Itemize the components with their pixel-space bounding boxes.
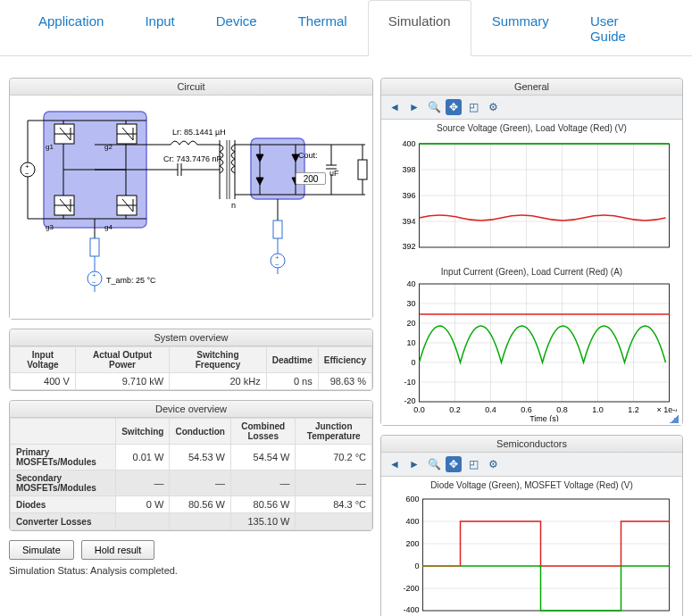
- pan-icon[interactable]: ✥: [446, 99, 462, 115]
- sys-h2: Switching Frequency: [170, 347, 267, 373]
- general-toolbar: ◄ ► 🔍 ✥ ◰ ⚙: [381, 96, 682, 120]
- sys-v2: 20 kHz: [170, 373, 267, 390]
- tab-thermal[interactable]: Thermal: [278, 0, 368, 56]
- sys-v3: 0 ns: [266, 373, 318, 390]
- svg-rect-7: [358, 160, 367, 179]
- box-zoom-icon[interactable]: ◰: [465, 99, 481, 115]
- svg-text:0.6: 0.6: [521, 405, 532, 414]
- svg-text:394: 394: [402, 217, 415, 226]
- sys-h4: Efficiency: [318, 347, 371, 373]
- chart-source-load-voltage: Source Voltage (Green), Load Voltage (Re…: [381, 120, 682, 263]
- tab-device[interactable]: Device: [196, 0, 278, 56]
- tab-application[interactable]: Application: [18, 0, 124, 56]
- device-overview-panel: Device overview Switching Conduction Com…: [9, 400, 373, 531]
- tab-simulation[interactable]: Simulation: [368, 0, 471, 56]
- dev-ch1: Conduction: [170, 419, 231, 445]
- dev-ch3: Junction Temperature: [296, 419, 372, 445]
- svg-text:−: −: [25, 170, 29, 178]
- hold-result-button[interactable]: Hold result: [81, 540, 155, 560]
- system-overview-panel: System overview Input Voltage Actual Out…: [9, 329, 373, 391]
- sys-v0: 400 V: [11, 373, 76, 390]
- chart-input-load-current: Input Current (Green), Load Current (Red…: [381, 263, 682, 425]
- circuit-panel-title: Circuit: [10, 79, 372, 96]
- cr-label: Cr: 743.7476 nF: [163, 154, 222, 163]
- svg-text:30: 30: [406, 299, 415, 308]
- zoom-icon[interactable]: 🔍: [426, 456, 442, 472]
- svg-rect-10: [273, 221, 282, 238]
- pan-icon[interactable]: ✥: [446, 456, 462, 472]
- tab-summary[interactable]: Summary: [471, 0, 570, 56]
- general-panel-title: General: [381, 79, 682, 96]
- sys-v4: 98.63 %: [318, 373, 371, 390]
- zoom-icon[interactable]: 🔍: [426, 99, 442, 115]
- semiconductors-toolbar: ◄ ► 🔍 ✥ ◰ ⚙: [381, 453, 682, 477]
- device-overview-table: Switching Conduction Combined Losses Jun…: [10, 418, 372, 530]
- sys-v1: 9.710 kW: [75, 373, 169, 390]
- dev-ch0: Switching: [116, 419, 170, 445]
- svg-text:0: 0: [414, 562, 419, 570]
- simulate-button[interactable]: Simulate: [9, 540, 74, 560]
- svg-text:0.4: 0.4: [485, 405, 496, 414]
- svg-text:Time (s): Time (s): [529, 414, 559, 421]
- svg-text:392: 392: [402, 242, 415, 251]
- svg-text:1.0: 1.0: [592, 405, 604, 414]
- svg-text:-20: -20: [404, 396, 415, 405]
- system-overview-table: Input Voltage Actual Output Power Switch…: [10, 346, 372, 390]
- config-icon[interactable]: ⚙: [485, 456, 501, 472]
- sys-h3: Deadtime: [266, 347, 318, 373]
- svg-text:-400: -400: [403, 605, 419, 614]
- tab-input[interactable]: Input: [124, 0, 195, 56]
- svg-text:-10: -10: [404, 378, 415, 387]
- dev-r2: Diodes: [11, 496, 116, 513]
- svg-text:g2: g2: [104, 143, 113, 151]
- nav-forward-icon[interactable]: ►: [406, 456, 422, 472]
- dev-r0: Primary MOSFETs/Modules: [11, 445, 116, 470]
- svg-text:−: −: [92, 279, 96, 287]
- svg-text:396: 396: [402, 191, 415, 200]
- chart-diode-mosfet-voltage: Diode Voltage (Green), MOSFET Voltage (R…: [381, 477, 682, 616]
- svg-text:g4: g4: [104, 223, 113, 231]
- config-icon[interactable]: ⚙: [485, 99, 501, 115]
- tab-user-guide[interactable]: User Guide: [570, 0, 674, 56]
- svg-text:398: 398: [402, 165, 415, 174]
- nav-back-icon[interactable]: ◄: [387, 456, 403, 472]
- nav-back-icon[interactable]: ◄: [387, 99, 403, 115]
- svg-text:400: 400: [402, 139, 415, 148]
- svg-text:0.0: 0.0: [413, 405, 425, 414]
- semiconductors-panel-title: Semiconductors: [381, 436, 682, 453]
- main-tabs: Application Input Device Thermal Simulat…: [0, 0, 692, 56]
- svg-text:20: 20: [406, 319, 415, 328]
- svg-text:400: 400: [405, 517, 419, 526]
- svg-rect-8: [90, 238, 99, 256]
- svg-rect-1: [251, 138, 304, 199]
- cout-label: Cout:: [298, 151, 318, 160]
- semiconductors-panel: Semiconductors ◄ ► 🔍 ✥ ◰ ⚙ Diode Voltage…: [380, 435, 683, 616]
- box-zoom-icon[interactable]: ◰: [465, 456, 481, 472]
- system-overview-title: System overview: [10, 329, 372, 346]
- sys-h0: Input Voltage: [11, 347, 76, 373]
- tamb-label: T_amb: 25 °C: [106, 276, 156, 285]
- svg-text:−: −: [275, 261, 279, 269]
- svg-text:g1: g1: [46, 143, 54, 151]
- general-panel: General ◄ ► 🔍 ✥ ◰ ⚙ Source Voltage (Gree…: [380, 78, 683, 426]
- svg-text:-200: -200: [403, 584, 419, 593]
- cout-unit: uF: [329, 169, 339, 178]
- dev-r3: Converter Losses: [11, 513, 116, 530]
- svg-text:0.8: 0.8: [556, 405, 568, 414]
- device-overview-title: Device overview: [10, 401, 372, 418]
- svg-text:600: 600: [405, 495, 419, 504]
- svg-text:0: 0: [411, 358, 415, 367]
- resize-handle-icon[interactable]: [670, 414, 679, 423]
- svg-text:× 1e-4: × 1e-4: [657, 405, 678, 414]
- svg-text:0.2: 0.2: [449, 405, 461, 414]
- circuit-panel: Circuit: [9, 78, 373, 320]
- svg-text:40: 40: [406, 279, 415, 288]
- dev-r1: Secondary MOSFETs/Modules: [11, 470, 116, 496]
- cout-input[interactable]: [296, 172, 326, 185]
- sys-h1: Actual Output Power: [75, 347, 169, 373]
- lr-label: Lr: 85.1441 µH: [172, 128, 226, 137]
- nav-forward-icon[interactable]: ►: [406, 99, 422, 115]
- svg-text:1.2: 1.2: [628, 405, 639, 414]
- n-label: n: [231, 201, 236, 210]
- svg-text:10: 10: [406, 338, 415, 347]
